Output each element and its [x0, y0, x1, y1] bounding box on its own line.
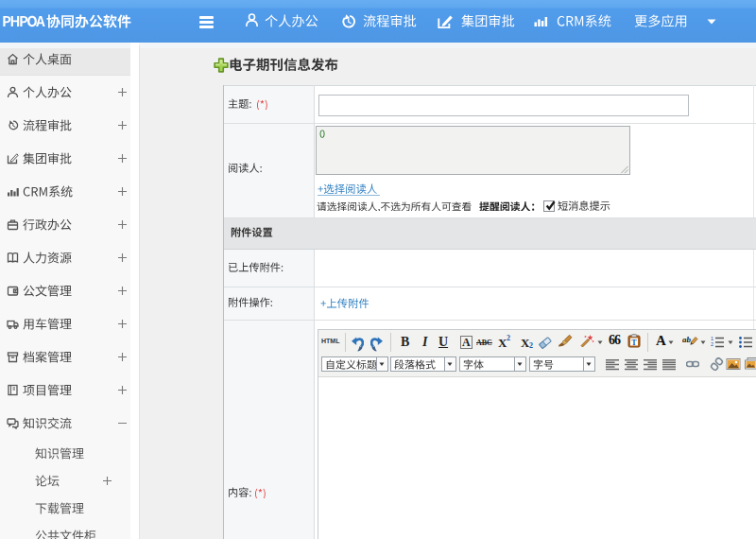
- svg-text:T: T: [631, 339, 637, 347]
- svg-text:ab: ab: [682, 335, 692, 344]
- svg-text:2: 2: [711, 341, 713, 347]
